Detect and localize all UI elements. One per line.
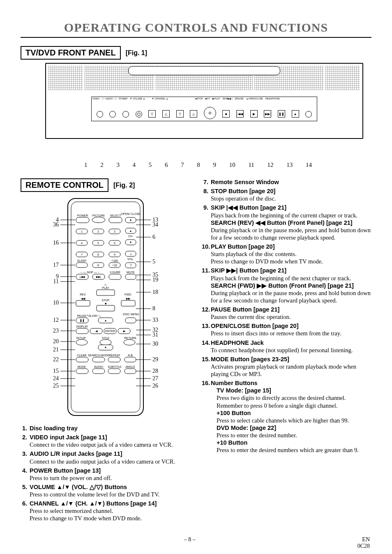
right-descriptions: 7.Remote Sensor Window8.STOP Button [pag… [202,178,371,454]
svg-text:8: 8 [97,253,99,256]
svg-text:◀◀: ◀◀ [81,297,85,300]
svg-rect-63 [121,300,135,306]
svg-text:▼: ▼ [129,241,132,244]
page-title: OPERATING CONTROLS AND FUNCTIONS [21,21,371,38]
svg-text:10: 10 [53,300,59,306]
svg-text:TITLE: TITLE [101,337,109,339]
svg-text:19: 19 [152,277,158,283]
svg-text:ENTER: ENTER [105,330,115,332]
svg-text:STOP: STOP [101,299,109,302]
svg-text:24: 24 [53,375,59,381]
svg-text:26: 26 [152,383,158,389]
svg-text:27: 27 [152,375,158,381]
svg-text:34: 34 [152,222,158,228]
front-panel-heading: TV/DVD FRONT PANEL [21,46,121,60]
svg-text:❚❚: ❚❚ [80,319,85,322]
front-panel-diagram: VIDEO □←AUDIO→□ POWER ▼ VOLUME ▲ ▼ CHANN… [45,63,363,139]
svg-text:36: 36 [53,222,59,228]
svg-text:7: 7 [81,253,83,256]
svg-point-90 [124,339,135,345]
remote-fig-label: [Fig. 2] [113,182,135,189]
svg-rect-60 [76,300,90,306]
svg-rect-94 [92,357,105,362]
svg-text:SLEEP: SLEEP [77,259,86,262]
svg-text:POWER: POWER [77,214,88,217]
svg-text:PAUSE: PAUSE [77,314,87,317]
svg-text:0: 0 [97,264,99,267]
svg-text:29: 29 [152,356,158,362]
svg-text:OPEN/
CLOSE: OPEN/ CLOSE [121,212,141,215]
svg-text:+10: +10 [112,264,117,267]
svg-text:└SLOW─┐: └SLOW─┐ [86,314,101,318]
svg-text:DISPLAY: DISPLAY [76,325,88,328]
svg-text:▶▶|: ▶▶| [96,275,101,279]
svg-text:31: 31 [152,332,158,338]
svg-text:FWD.: FWD. [125,293,132,296]
page-number: – 8 – [184,536,196,549]
svg-text:6: 6 [152,234,155,240]
svg-text:|◀◀: |◀◀ [80,275,85,279]
remote-header: REMOTE CONTROL [Fig. 2] [21,178,190,192]
svg-text:30: 30 [152,341,158,347]
svg-rect-98 [125,357,136,362]
svg-text:SELECT: SELECT [110,214,121,217]
front-panel-callouts: 1234567891011121314 [74,162,322,169]
svg-text:33: 33 [152,317,158,323]
left-descriptions: 1.Disc loading tray2.VIDEO input Jack [p… [21,425,190,522]
svg-text:6: 6 [114,242,115,245]
svg-text:PLAY: PLAY [102,286,109,289]
svg-rect-6 [109,217,122,223]
svg-text:CH.: CH. [128,235,133,238]
svg-rect-57 [97,290,115,295]
svg-text:■: ■ [104,302,106,305]
svg-text:▼: ▼ [104,346,107,349]
svg-text:PICTURE: PICTURE [92,214,105,217]
svg-rect-102 [92,369,105,374]
svg-rect-2 [76,217,89,223]
svg-text:V.SURR: V.SURR [110,271,120,274]
svg-text:25: 25 [53,383,59,389]
svg-text:3: 3 [114,230,115,233]
svg-text:MUTE: MUTE [127,271,135,274]
svg-rect-96 [108,357,120,362]
remote-diagram: POWER PICTURE SELECT ▲OPEN/ CLOSE 1 2 3 … [21,196,190,420]
svg-text:MODE: MODE [77,365,86,368]
svg-rect-106 [125,369,136,374]
svg-text:AUDIO: AUDIO [94,365,103,368]
svg-text:1: 1 [81,230,83,233]
front-panel-fig-label: [Fig. 1] [126,49,147,57]
svg-text:5: 5 [152,259,155,265]
svg-text:REPEAT: REPEAT [109,354,120,357]
svg-rect-66 [97,305,115,311]
svg-text:ANGLE: ANGLE [125,365,135,368]
svg-rect-38 [76,263,88,268]
svg-text:CLEAR: CLEAR [77,354,86,357]
svg-text:REV.: REV. [80,293,86,296]
svg-rect-100 [76,369,88,374]
svg-text:20: 20 [53,338,59,344]
svg-text:SEARCH MODE: SEARCH MODE [88,354,109,357]
remote-heading: REMOTE CONTROL [21,178,108,192]
svg-text:16: 16 [53,240,59,246]
svg-point-86 [100,339,111,345]
front-panel-header: TV/DVD FRONT PANEL [Fig. 1] [21,46,371,60]
svg-text:▲: ▲ [104,319,107,322]
svg-text:4: 4 [81,242,83,245]
svg-text:5: 5 [97,242,99,245]
svg-text:11: 11 [53,278,58,284]
disc-tray-graphic [128,66,280,75]
svg-text:17: 17 [53,262,59,268]
svg-rect-92 [76,357,88,362]
svg-text:9: 9 [114,253,115,256]
svg-rect-76 [76,328,88,334]
svg-text:21: 21 [53,346,59,353]
svg-text:VOL.: VOL. [127,258,134,261]
svg-text:▶▶: ▶▶ [126,297,131,300]
svg-text:2: 2 [97,230,99,233]
svg-rect-72 [125,318,136,323]
page-footer: – 8 – EN 0C28 [21,536,371,549]
svg-text:▲: ▲ [129,218,132,221]
svg-text:8: 8 [152,305,155,312]
svg-text:▲: ▲ [129,229,132,232]
svg-text:SETUP: SETUP [76,337,86,339]
